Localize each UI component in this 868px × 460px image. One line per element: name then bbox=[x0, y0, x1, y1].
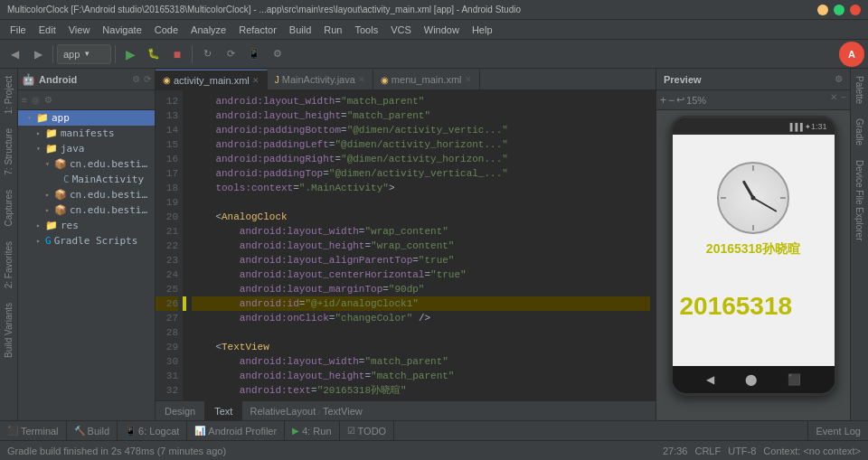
sdk-mgr-btn[interactable]: ⚙ bbox=[267, 43, 288, 65]
maximize-icon[interactable] bbox=[834, 5, 844, 15]
code-content[interactable]: android:layout_width="match_parent" andr… bbox=[186, 90, 656, 400]
tree-item-mainactivity[interactable]: C MainActivity bbox=[18, 172, 155, 187]
stop-button[interactable]: ■ bbox=[166, 43, 188, 65]
menu-tools[interactable]: Tools bbox=[348, 20, 384, 39]
line-sep: CRLF bbox=[694, 446, 721, 456]
menu-vcs[interactable]: VCS bbox=[384, 20, 418, 39]
tree-label: MainActivity bbox=[72, 174, 144, 185]
tab-label: MainActivity.java bbox=[282, 74, 355, 85]
left-vtab-structure[interactable]: 7: Structure bbox=[1, 121, 16, 183]
tree-item-app[interactable]: ▾ 📁 app bbox=[18, 110, 155, 126]
minimize-icon[interactable] bbox=[817, 5, 828, 15]
tree-item-java[interactable]: ▾ 📁 java bbox=[18, 141, 155, 156]
right-vtab-gradle[interactable]: Gradle bbox=[852, 111, 867, 153]
tab-mainactivity[interactable]: J MainActivity.java ✕ bbox=[268, 70, 373, 89]
toolbar-forward-btn[interactable]: ▶ bbox=[27, 43, 49, 65]
code-line: android:layout_height="wrap_content" bbox=[192, 239, 650, 253]
sidebar-sync-icon[interactable]: ⟳ bbox=[144, 74, 151, 84]
logcat-tab[interactable]: 📱 6: Logcat bbox=[118, 421, 187, 440]
tree-item-cn2[interactable]: ▸ 📦 cn.edu.besti.is.sxx.mu... bbox=[18, 187, 155, 202]
tab-design[interactable]: Design bbox=[156, 401, 205, 420]
recents-btn[interactable]: ⬛ bbox=[788, 373, 801, 386]
editor-bottom-tabs: Design Text RelativeLayout › TextView bbox=[156, 400, 656, 420]
breadcrumb-item[interactable]: RelativeLayout bbox=[250, 406, 316, 417]
line-numbers: 1213141516171819202122232425262728293031… bbox=[156, 90, 183, 400]
code-line: tools:context=".MainActivity"> bbox=[192, 181, 650, 195]
breadcrumb-item[interactable]: TextView bbox=[323, 406, 363, 417]
tab-close-btn[interactable]: ✕ bbox=[252, 76, 259, 85]
package-icon: 📦 bbox=[54, 189, 67, 201]
sidebar-settings-icon[interactable]: ⚙ bbox=[132, 74, 140, 84]
event-log-tab[interactable]: Event Log bbox=[807, 421, 868, 440]
close-icon[interactable] bbox=[850, 5, 861, 15]
tree-item-gradle[interactable]: ▸ G Gradle Scripts bbox=[18, 233, 155, 249]
settings-icon[interactable]: ⚙ bbox=[42, 95, 54, 105]
menu-view[interactable]: View bbox=[62, 20, 97, 39]
xml-file-icon2: ◉ bbox=[381, 75, 389, 85]
menu-help[interactable]: Help bbox=[466, 20, 499, 39]
tree-label: cn.edu.besti.is.sxx.mu... bbox=[70, 204, 151, 216]
run-button[interactable]: ▶ bbox=[119, 43, 141, 65]
zoom-add-icon[interactable]: + bbox=[660, 94, 666, 107]
tree-label: manifests bbox=[61, 127, 115, 139]
right-vtab-palette[interactable]: Palette bbox=[852, 69, 867, 111]
locate-icon[interactable]: ◎ bbox=[30, 95, 42, 105]
menu-edit[interactable]: Edit bbox=[33, 20, 62, 39]
code-line: android:paddingTop="@dimen/activity_vert… bbox=[192, 166, 650, 181]
menu-code[interactable]: Code bbox=[148, 20, 184, 39]
sidebar-header-bar: 🤖 Android ⚙ ⟳ bbox=[18, 69, 155, 90]
back-btn[interactable]: ◀ bbox=[706, 373, 714, 386]
tree-item-cn1[interactable]: ▾ 📦 cn.edu.besti.is.sxx.mu... bbox=[18, 156, 155, 172]
tab-activity-main[interactable]: ◉ activity_main.xml ✕ bbox=[156, 70, 268, 89]
sidebar: 🤖 Android ⚙ ⟳ ≡ ◎ ⚙ ▾ 📁 app ▸ 📁 bbox=[18, 69, 156, 420]
app-combo[interactable]: app ▼ bbox=[57, 44, 111, 64]
run-tab[interactable]: ▶ 4: Run bbox=[285, 421, 339, 440]
tab-text[interactable]: Text bbox=[205, 401, 242, 420]
menu-window[interactable]: Window bbox=[418, 20, 466, 39]
code-line: android:layout_marginTop="90dp" bbox=[192, 282, 650, 296]
tab-close-btn[interactable]: ✕ bbox=[465, 75, 472, 84]
debug-button[interactable]: 🐛 bbox=[143, 43, 165, 65]
chevron-down-icon: ▾ bbox=[45, 160, 54, 168]
sdk-update-btn[interactable]: ↻ bbox=[196, 43, 218, 65]
zoom-sub-icon[interactable]: − bbox=[668, 94, 675, 107]
project-tree: ▾ 📁 app ▸ 📁 manifests ▾ 📁 java ▾ bbox=[18, 110, 155, 420]
menu-run[interactable]: Run bbox=[317, 20, 348, 39]
left-vtab-favorites[interactable]: 2: Favorites bbox=[1, 234, 16, 296]
right-vtab-device-explorer[interactable]: Device File Explorer bbox=[852, 153, 867, 248]
code-line: android:paddingBottom="@dimen/activity_v… bbox=[192, 123, 650, 137]
menu-file[interactable]: File bbox=[4, 20, 33, 39]
avd-btn[interactable]: 📱 bbox=[243, 43, 265, 65]
build-tab[interactable]: 🔨 Build bbox=[67, 421, 118, 440]
analog-clock[interactable] bbox=[717, 162, 789, 234]
terminal-tab[interactable]: ⬛ Terminal bbox=[0, 421, 67, 440]
phone-status-bar: ▐▐▐ ✦ 1:31 bbox=[673, 118, 835, 135]
chevron-down-icon: ▼ bbox=[83, 50, 90, 58]
tree-label: res bbox=[61, 220, 79, 231]
collapse-all-icon[interactable]: ≡ bbox=[20, 95, 29, 105]
preview-panel: Preview ⚙ + − ↩ 15% ▐▐▐ ✦ 1:31 bbox=[656, 69, 850, 420]
menu-navigate[interactable]: Navigate bbox=[96, 20, 147, 39]
code-line: android:id="@+id/analogClock1" bbox=[192, 296, 650, 311]
home-btn[interactable]: ⬤ bbox=[745, 373, 757, 386]
menu-build[interactable]: Build bbox=[283, 20, 317, 39]
tree-item-res[interactable]: ▸ 📁 res bbox=[18, 218, 155, 233]
tab-close-btn[interactable]: ✕ bbox=[358, 75, 365, 84]
tab-menu-main[interactable]: ◉ menu_main.xml ✕ bbox=[373, 70, 480, 89]
tree-item-manifests[interactable]: ▸ 📁 manifests bbox=[18, 126, 155, 141]
time-display: 1:31 bbox=[811, 122, 827, 131]
sync-btn[interactable]: ⟳ bbox=[220, 43, 241, 65]
left-vtab-captures[interactable]: Captures bbox=[1, 183, 16, 234]
preview-settings-icon[interactable]: ⚙ bbox=[835, 74, 843, 84]
menu-refactor[interactable]: Refactor bbox=[232, 20, 283, 39]
toolbar-back-btn[interactable]: ◀ bbox=[4, 43, 25, 65]
gradle-icon: G bbox=[45, 235, 52, 247]
gutter-bar bbox=[183, 90, 186, 400]
menu-analyze[interactable]: Analyze bbox=[184, 20, 232, 39]
folder-icon: 📁 bbox=[45, 220, 58, 231]
left-vtab-variants[interactable]: Build Variants bbox=[1, 296, 16, 365]
tree-item-cn3[interactable]: ▸ 📦 cn.edu.besti.is.sxx.mu... bbox=[18, 202, 155, 218]
todo-tab[interactable]: ☑ TODO bbox=[340, 421, 395, 440]
left-vtab-project[interactable]: 1: Project bbox=[1, 69, 16, 121]
profiler-tab[interactable]: 📊 Android Profiler bbox=[187, 421, 285, 440]
